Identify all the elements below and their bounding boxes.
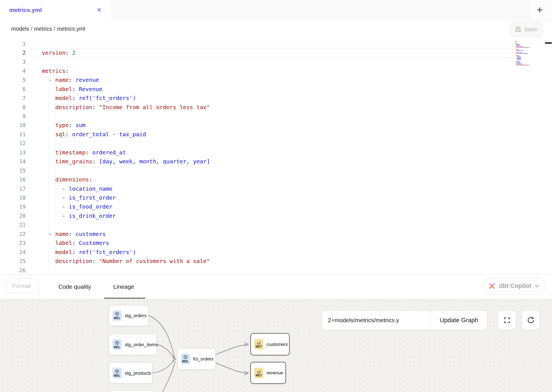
dbt-copilot-button[interactable]: dbt Copilot xyxy=(482,278,545,294)
close-icon[interactable]: ✕ xyxy=(97,7,102,13)
line-number: 12 xyxy=(0,140,26,146)
lineage-node-fct_orders[interactable]: MDLfct_orders xyxy=(177,348,216,370)
line-number: 4 xyxy=(0,68,26,74)
refresh-button[interactable] xyxy=(521,310,540,330)
code-text: dimensions: xyxy=(26,176,92,183)
code-line[interactable]: 26 xyxy=(0,266,552,274)
code-line[interactable]: 23 label: Customers xyxy=(0,238,552,248)
dbt-logo-icon xyxy=(488,282,496,290)
badge-label: MDL xyxy=(114,316,121,320)
code-line[interactable]: 4metrics: xyxy=(0,66,552,75)
tab-lineage[interactable]: Lineage xyxy=(113,274,134,299)
fullscreen-button[interactable] xyxy=(498,310,516,330)
badge-label: MET xyxy=(256,374,262,377)
code-line[interactable]: 16 dimensions: xyxy=(0,175,552,184)
code-line[interactable]: 22 - name: customers xyxy=(0,229,552,238)
cube-icon xyxy=(115,312,119,316)
code-line[interactable]: 24 model: ref('fct_orders') xyxy=(0,247,552,257)
code-line[interactable]: 2version: 2 xyxy=(0,48,552,57)
code-line[interactable]: 5 - name: revenue xyxy=(0,75,552,85)
code-text: description: "Number of customers with a… xyxy=(26,258,210,264)
node-label: stg_orders xyxy=(125,313,147,318)
code-line[interactable]: 15 xyxy=(0,166,552,175)
new-tab-button[interactable]: + xyxy=(533,5,546,16)
code-text: time_grains: [day, week, month, quarter,… xyxy=(26,158,210,165)
save-label: Save xyxy=(524,26,537,33)
breadcrumb-row: models/metrics/metrics.yml Save xyxy=(0,20,552,39)
badge-label: MDL xyxy=(182,360,189,363)
line-number: 2 xyxy=(0,50,26,56)
refresh-icon xyxy=(527,316,535,324)
tab-code-quality[interactable]: Code quality xyxy=(58,274,91,299)
tab-metrics-yml[interactable]: metrics.yml ✕ xyxy=(0,0,112,20)
badge-label: MET xyxy=(256,345,262,348)
code-line[interactable]: 17 - location_name xyxy=(0,184,552,193)
line-number: 16 xyxy=(0,176,26,183)
node-label: revenue xyxy=(267,370,283,376)
model-badge: MDL xyxy=(181,354,190,364)
code-line[interactable]: 19 - is_food_order xyxy=(0,202,552,211)
code-line[interactable]: 11 sql: order_total - tax_paid xyxy=(0,130,552,139)
code-text: - is_first_order xyxy=(26,194,116,201)
line-number: 8 xyxy=(0,104,26,110)
floppy-disk-icon xyxy=(515,26,521,32)
code-line[interactable]: 20 - is_drink_order xyxy=(0,211,552,220)
format-button[interactable]: Format xyxy=(6,278,37,293)
minimap[interactable] xyxy=(515,40,544,67)
code-text: label: Revenue xyxy=(26,86,102,92)
model-badge: MDL xyxy=(112,339,122,350)
code-line[interactable]: 3 xyxy=(0,57,552,66)
code-line[interactable]: 14 time_grains: [day, week, month, quart… xyxy=(0,157,552,166)
line-number: 1 xyxy=(0,41,26,47)
graph-controls: Update Graph xyxy=(321,310,488,330)
breadcrumb-item[interactable]: metrics xyxy=(34,26,52,32)
code-line[interactable]: 12 xyxy=(0,139,552,148)
scrollbar-marker[interactable] xyxy=(545,42,552,44)
code-text: metrics: xyxy=(26,68,69,74)
code-line[interactable]: 18 - is_first_order xyxy=(0,193,552,202)
lineage-node-revenue[interactable]: METrevenue xyxy=(250,362,286,384)
breadcrumb-separator: / xyxy=(52,26,57,32)
code-line[interactable]: 8 description: "Income from all orders l… xyxy=(0,102,552,112)
code-line[interactable]: 10 type: sum xyxy=(0,121,552,130)
bottom-toolbar: Format Code quality Lineage dbt Copilot xyxy=(0,274,552,299)
metric-badge: MET xyxy=(254,339,263,350)
line-number: 15 xyxy=(0,168,26,174)
model-badge: MDL xyxy=(112,368,122,378)
code-text: label: Customers xyxy=(26,240,109,246)
breadcrumb: models/metrics/metrics.yml xyxy=(11,26,85,32)
breadcrumb-separator: / xyxy=(29,26,34,32)
metric-badge: MET xyxy=(254,368,263,378)
line-number: 14 xyxy=(0,158,26,164)
code-line[interactable]: 6 label: Revenue xyxy=(0,84,552,94)
save-button[interactable]: Save xyxy=(510,22,543,37)
code-text: model: ref('fct_orders') xyxy=(26,95,136,101)
code-text: sql: order_total - tax_paid xyxy=(26,131,146,138)
code-editor[interactable]: 12version: 234metrics:5 - name: revenue6… xyxy=(0,39,552,274)
lineage-node-customers[interactable]: METcustomers xyxy=(250,333,290,355)
code-line[interactable]: 13 timestamp: ordered_at xyxy=(0,148,552,157)
update-graph-button[interactable]: Update Graph xyxy=(431,310,487,330)
line-number: 11 xyxy=(0,131,26,137)
code-text: - name: customers xyxy=(26,231,106,237)
code-line[interactable]: 9 xyxy=(0,112,552,121)
lineage-node-stg_orders[interactable]: MDLstg_orders xyxy=(109,305,148,326)
code-line[interactable]: 1 xyxy=(0,39,552,48)
model-selector-input[interactable] xyxy=(322,310,431,330)
code-text: - name: revenue xyxy=(26,77,99,83)
breadcrumb-item[interactable]: models xyxy=(11,26,29,32)
indent-guide xyxy=(49,75,49,266)
code-line[interactable]: 7 model: ref('fct_orders') xyxy=(0,94,552,103)
breadcrumb-item[interactable]: metrics.yml xyxy=(57,26,85,32)
lineage-node-stg_order_items[interactable]: MDLstg_order_items xyxy=(109,334,157,355)
lineage-node-partial_node[interactable] xyxy=(109,390,153,392)
cube-icon xyxy=(115,369,119,374)
line-number: 25 xyxy=(0,258,26,264)
line-number: 19 xyxy=(0,204,26,210)
code-text: version: 2 xyxy=(26,49,75,56)
line-number: 9 xyxy=(0,113,26,119)
code-line[interactable]: 25 description: "Number of customers wit… xyxy=(0,257,552,266)
code-text: - is_food_order xyxy=(26,203,112,210)
code-line[interactable]: 21 xyxy=(0,220,552,230)
lineage-node-stg_products[interactable]: MDLstg_products xyxy=(109,362,153,384)
